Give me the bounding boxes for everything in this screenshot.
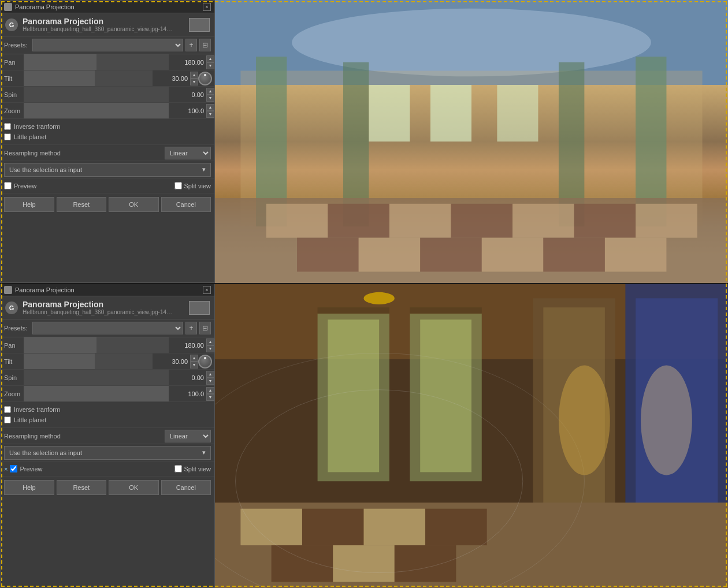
bottom-pan-spinner[interactable]: ▲ ▼ — [206, 338, 214, 352]
bottom-selection-dropdown[interactable]: Use the selection as input ▾ — [4, 446, 211, 460]
presets-label: Presets: — [4, 42, 30, 49]
reset-button[interactable]: Reset — [57, 197, 107, 212]
bottom-little-planet-checkbox[interactable] — [4, 416, 11, 423]
split-view-label[interactable]: Split view — [184, 183, 211, 189]
bottom-spin-value: 0.00 — [169, 374, 206, 381]
spin-up[interactable]: ▲ — [206, 88, 214, 95]
spin-spinner[interactable]: ▲ ▼ — [206, 88, 214, 102]
top-panel-titlebar: Panorama Projection × — [1, 1, 214, 13]
preview-label[interactable]: Preview — [14, 183, 36, 189]
bottom-checkboxes-section: Inverse tranform Little planet — [1, 402, 214, 428]
presets-select[interactable] — [32, 39, 183, 51]
svg-point-48 — [641, 366, 692, 475]
bottom-tilt-value: 30.00 — [153, 358, 190, 365]
bottom-reset-button[interactable]: Reset — [57, 480, 107, 495]
preset-remove-button[interactable]: ⊟ — [199, 39, 211, 51]
bottom-resampling-select[interactable]: Linear Cubic None — [165, 430, 211, 442]
bottom-zoom-slider[interactable] — [24, 386, 169, 401]
bottom-pan-up[interactable]: ▲ — [206, 338, 214, 345]
close-button[interactable]: × — [203, 3, 211, 11]
preview-checkbox[interactable] — [4, 182, 12, 189]
bottom-selection-dropdown-arrow: ▾ — [202, 449, 206, 456]
tilt-dial[interactable] — [198, 72, 212, 85]
svg-rect-29 — [420, 319, 471, 472]
zoom-up[interactable]: ▲ — [206, 104, 214, 111]
bottom-inverse-transform-checkbox[interactable] — [4, 406, 11, 413]
bottom-tilt-up[interactable]: ▲ — [190, 355, 198, 362]
titlebar-left: Panorama Projection — [4, 3, 75, 11]
zoom-value: 100.0 — [169, 107, 206, 114]
bottom-gimp-logo: G — [5, 302, 18, 314]
bottom-tilt-row: Tilt 30.00 ▲ ▼ — [1, 353, 214, 370]
bottom-spin-down[interactable]: ▼ — [206, 378, 214, 385]
little-planet-label[interactable]: Little planet — [14, 133, 46, 140]
bottom-help-button[interactable]: Help — [4, 480, 54, 495]
bottom-pan-label: Pan — [1, 342, 24, 349]
bottom-zoom-row: Zoom 100.0 ▲ ▼ — [1, 386, 214, 402]
svg-rect-38 — [302, 509, 364, 545]
svg-point-44 — [364, 292, 395, 304]
tilt-spinner[interactable]: ▲ ▼ — [190, 72, 198, 85]
inverse-transform-label[interactable]: Inverse tranform — [14, 123, 60, 130]
inverse-transform-checkbox[interactable] — [4, 123, 11, 130]
selection-dropdown[interactable]: Use the selection as input ▾ — [4, 163, 211, 177]
bottom-tilt-down[interactable]: ▼ — [190, 362, 198, 369]
pan-up[interactable]: ▲ — [206, 55, 214, 62]
bottom-spin-spinner[interactable]: ▲ ▼ — [206, 371, 214, 385]
tilt-down[interactable]: ▼ — [190, 79, 198, 85]
bottom-zoom-down[interactable]: ▼ — [206, 394, 214, 401]
bottom-tilt-dial[interactable] — [198, 355, 212, 369]
pan-slider[interactable] — [24, 54, 169, 70]
svg-rect-18 — [297, 238, 359, 272]
spin-slider[interactable] — [24, 87, 169, 102]
bottom-zoom-up[interactable]: ▲ — [206, 387, 214, 394]
svg-rect-42 — [333, 545, 395, 582]
bottom-split-view-label[interactable]: Split view — [184, 466, 211, 472]
bottom-pan-down[interactable]: ▼ — [206, 345, 214, 352]
selection-dropdown-label: Use the selection as input — [9, 166, 82, 173]
bottom-close-button[interactable]: × — [203, 286, 211, 294]
pan-spinner[interactable]: ▲ ▼ — [206, 55, 214, 69]
little-planet-checkbox[interactable] — [4, 133, 11, 140]
svg-rect-27 — [328, 319, 379, 472]
pan-label: Pan — [1, 59, 24, 66]
zoom-down[interactable]: ▼ — [206, 111, 214, 118]
bottom-preview-checkbox[interactable] — [10, 465, 17, 472]
bottom-tilt-slider[interactable] — [24, 353, 153, 369]
bottom-resampling-label: Resampling method — [4, 433, 165, 440]
bottom-cancel-button[interactable]: Cancel — [161, 480, 211, 495]
tilt-up[interactable]: ▲ — [190, 72, 198, 79]
bottom-spin-up[interactable]: ▲ — [206, 371, 214, 378]
bottom-presets-select[interactable] — [32, 322, 183, 334]
header-title: Panorama Projection — [23, 17, 184, 26]
bottom-tilt-spinner[interactable]: ▲ ▼ — [190, 355, 198, 369]
bottom-inverse-transform-label[interactable]: Inverse tranform — [14, 406, 60, 413]
bottom-preset-remove-button[interactable]: ⊟ — [199, 322, 211, 334]
help-button[interactable]: Help — [4, 197, 54, 212]
bottom-preset-add-button[interactable]: + — [185, 322, 197, 334]
pan-down[interactable]: ▼ — [206, 62, 214, 69]
svg-rect-22 — [543, 238, 605, 272]
zoom-spinner[interactable]: ▲ ▼ — [206, 104, 214, 118]
bottom-split-view-checkbox[interactable] — [174, 465, 182, 472]
svg-rect-43 — [395, 545, 456, 582]
ok-button[interactable]: OK — [109, 197, 159, 212]
bottom-resampling-row: Resampling method Linear Cubic None — [1, 428, 214, 444]
spin-down[interactable]: ▼ — [206, 95, 214, 102]
bottom-ok-button[interactable]: OK — [109, 480, 159, 495]
tilt-slider[interactable] — [24, 70, 153, 86]
zoom-slider[interactable] — [24, 103, 169, 118]
button-row: Help Reset OK Cancel — [1, 193, 214, 215]
bottom-preview-label[interactable]: Preview — [20, 466, 42, 472]
bottom-zoom-spinner[interactable]: ▲ ▼ — [206, 387, 214, 401]
bottom-little-planet-label[interactable]: Little planet — [14, 416, 46, 423]
preview-x-mark: × — [4, 466, 8, 472]
preview-row: Preview Split view — [1, 178, 214, 193]
resampling-select[interactable]: Linear Cubic None — [165, 147, 211, 159]
svg-rect-30 — [318, 307, 389, 314]
bottom-pan-slider[interactable] — [24, 337, 169, 353]
split-view-checkbox[interactable] — [174, 182, 182, 189]
bottom-spin-slider[interactable] — [24, 370, 169, 385]
preset-add-button[interactable]: + — [185, 39, 197, 51]
cancel-button[interactable]: Cancel — [161, 197, 211, 212]
